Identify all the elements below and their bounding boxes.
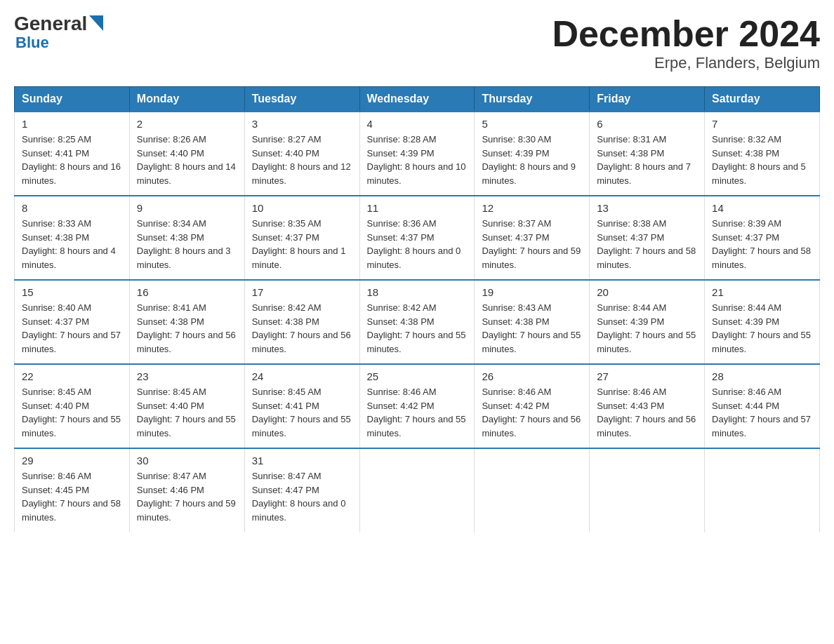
day-number: 17 bbox=[252, 286, 352, 298]
day-number: 29 bbox=[22, 455, 122, 467]
day-number: 16 bbox=[137, 286, 237, 298]
calendar-cell: 6 Sunrise: 8:31 AMSunset: 4:38 PMDayligh… bbox=[590, 112, 705, 196]
week-row-1: 1 Sunrise: 8:25 AMSunset: 4:41 PMDayligh… bbox=[15, 112, 820, 196]
day-number: 23 bbox=[137, 370, 237, 382]
day-info: Sunrise: 8:42 AMSunset: 4:38 PMDaylight:… bbox=[252, 302, 351, 354]
day-info: Sunrise: 8:39 AMSunset: 4:37 PMDaylight:… bbox=[712, 218, 811, 270]
calendar-cell: 17 Sunrise: 8:42 AMSunset: 4:38 PMDaylig… bbox=[244, 280, 359, 364]
weekday-header-row: Sunday Monday Tuesday Wednesday Thursday… bbox=[15, 87, 820, 112]
calendar-cell: 7 Sunrise: 8:32 AMSunset: 4:38 PMDayligh… bbox=[705, 112, 820, 196]
calendar-cell: 31 Sunrise: 8:47 AMSunset: 4:47 PMDaylig… bbox=[244, 448, 359, 532]
calendar-cell: 5 Sunrise: 8:30 AMSunset: 4:39 PMDayligh… bbox=[475, 112, 590, 196]
day-number: 3 bbox=[252, 118, 352, 130]
svg-marker-0 bbox=[89, 15, 103, 31]
day-number: 12 bbox=[482, 202, 582, 214]
logo-general: General bbox=[14, 14, 87, 34]
week-row-4: 22 Sunrise: 8:45 AMSunset: 4:40 PMDaylig… bbox=[15, 364, 820, 448]
calendar-cell: 25 Sunrise: 8:46 AMSunset: 4:42 PMDaylig… bbox=[359, 364, 475, 448]
header-friday: Friday bbox=[590, 87, 705, 112]
calendar-cell: 3 Sunrise: 8:27 AMSunset: 4:40 PMDayligh… bbox=[244, 112, 359, 196]
day-number: 2 bbox=[137, 118, 237, 130]
day-number: 18 bbox=[367, 286, 468, 298]
day-number: 14 bbox=[712, 202, 812, 214]
day-number: 10 bbox=[252, 202, 352, 214]
week-row-3: 15 Sunrise: 8:40 AMSunset: 4:37 PMDaylig… bbox=[15, 280, 820, 364]
calendar-cell: 12 Sunrise: 8:37 AMSunset: 4:37 PMDaylig… bbox=[475, 196, 590, 280]
day-info: Sunrise: 8:32 AMSunset: 4:38 PMDaylight:… bbox=[712, 134, 806, 186]
calendar-cell bbox=[475, 448, 590, 532]
day-info: Sunrise: 8:44 AMSunset: 4:39 PMDaylight:… bbox=[597, 302, 696, 354]
day-number: 5 bbox=[482, 118, 582, 130]
day-info: Sunrise: 8:33 AMSunset: 4:38 PMDaylight:… bbox=[22, 218, 116, 270]
day-number: 6 bbox=[597, 118, 697, 130]
day-info: Sunrise: 8:38 AMSunset: 4:37 PMDaylight:… bbox=[597, 218, 696, 270]
day-number: 22 bbox=[22, 370, 122, 382]
calendar-cell: 19 Sunrise: 8:43 AMSunset: 4:38 PMDaylig… bbox=[475, 280, 590, 364]
calendar-cell: 29 Sunrise: 8:46 AMSunset: 4:45 PMDaylig… bbox=[15, 448, 130, 532]
title-area: December 2024 Erpe, Flanders, Belgium bbox=[552, 14, 820, 72]
page-header: General Blue December 2024 Erpe, Flander… bbox=[14, 14, 820, 72]
day-number: 19 bbox=[482, 286, 582, 298]
day-number: 9 bbox=[137, 202, 237, 214]
calendar-cell: 8 Sunrise: 8:33 AMSunset: 4:38 PMDayligh… bbox=[15, 196, 130, 280]
calendar-cell: 9 Sunrise: 8:34 AMSunset: 4:38 PMDayligh… bbox=[129, 196, 244, 280]
day-info: Sunrise: 8:42 AMSunset: 4:38 PMDaylight:… bbox=[367, 302, 466, 354]
day-number: 20 bbox=[597, 286, 697, 298]
calendar-cell: 28 Sunrise: 8:46 AMSunset: 4:44 PMDaylig… bbox=[705, 364, 820, 448]
day-number: 25 bbox=[367, 370, 468, 382]
logo-blue: Blue bbox=[15, 34, 49, 52]
day-info: Sunrise: 8:28 AMSunset: 4:39 PMDaylight:… bbox=[367, 134, 466, 186]
day-info: Sunrise: 8:46 AMSunset: 4:42 PMDaylight:… bbox=[367, 387, 466, 438]
day-number: 13 bbox=[597, 202, 697, 214]
day-info: Sunrise: 8:46 AMSunset: 4:42 PMDaylight:… bbox=[482, 387, 581, 438]
day-number: 4 bbox=[367, 118, 468, 130]
calendar-cell bbox=[590, 448, 705, 532]
week-row-2: 8 Sunrise: 8:33 AMSunset: 4:38 PMDayligh… bbox=[15, 196, 820, 280]
day-number: 27 bbox=[597, 370, 697, 382]
calendar-cell: 4 Sunrise: 8:28 AMSunset: 4:39 PMDayligh… bbox=[359, 112, 475, 196]
day-info: Sunrise: 8:45 AMSunset: 4:40 PMDaylight:… bbox=[137, 387, 236, 438]
calendar-cell: 26 Sunrise: 8:46 AMSunset: 4:42 PMDaylig… bbox=[475, 364, 590, 448]
day-info: Sunrise: 8:36 AMSunset: 4:37 PMDaylight:… bbox=[367, 218, 461, 270]
day-number: 1 bbox=[22, 118, 122, 130]
calendar-cell: 2 Sunrise: 8:26 AMSunset: 4:40 PMDayligh… bbox=[129, 112, 244, 196]
calendar-cell: 10 Sunrise: 8:35 AMSunset: 4:37 PMDaylig… bbox=[244, 196, 359, 280]
day-info: Sunrise: 8:45 AMSunset: 4:41 PMDaylight:… bbox=[252, 387, 351, 438]
day-number: 15 bbox=[22, 286, 122, 298]
day-info: Sunrise: 8:30 AMSunset: 4:39 PMDaylight:… bbox=[482, 134, 576, 186]
day-number: 24 bbox=[252, 370, 352, 382]
day-info: Sunrise: 8:26 AMSunset: 4:40 PMDaylight:… bbox=[137, 134, 236, 186]
day-info: Sunrise: 8:25 AMSunset: 4:41 PMDaylight:… bbox=[22, 134, 121, 186]
header-thursday: Thursday bbox=[475, 87, 590, 112]
calendar-cell: 11 Sunrise: 8:36 AMSunset: 4:37 PMDaylig… bbox=[359, 196, 475, 280]
day-number: 11 bbox=[367, 202, 468, 214]
calendar-cell: 14 Sunrise: 8:39 AMSunset: 4:37 PMDaylig… bbox=[705, 196, 820, 280]
day-number: 31 bbox=[252, 455, 352, 467]
location-title: Erpe, Flanders, Belgium bbox=[552, 54, 820, 72]
logo-triangle-icon bbox=[89, 15, 103, 31]
logo: General Blue bbox=[14, 14, 103, 52]
day-info: Sunrise: 8:47 AMSunset: 4:47 PMDaylight:… bbox=[252, 471, 346, 523]
header-wednesday: Wednesday bbox=[359, 87, 475, 112]
calendar-cell: 18 Sunrise: 8:42 AMSunset: 4:38 PMDaylig… bbox=[359, 280, 475, 364]
day-info: Sunrise: 8:27 AMSunset: 4:40 PMDaylight:… bbox=[252, 134, 351, 186]
day-info: Sunrise: 8:46 AMSunset: 4:45 PMDaylight:… bbox=[22, 471, 121, 523]
day-info: Sunrise: 8:37 AMSunset: 4:37 PMDaylight:… bbox=[482, 218, 581, 270]
day-info: Sunrise: 8:44 AMSunset: 4:39 PMDaylight:… bbox=[712, 302, 811, 354]
day-number: 21 bbox=[712, 286, 812, 298]
calendar-cell: 1 Sunrise: 8:25 AMSunset: 4:41 PMDayligh… bbox=[15, 112, 130, 196]
calendar-cell: 22 Sunrise: 8:45 AMSunset: 4:40 PMDaylig… bbox=[15, 364, 130, 448]
day-info: Sunrise: 8:41 AMSunset: 4:38 PMDaylight:… bbox=[137, 302, 236, 354]
day-info: Sunrise: 8:46 AMSunset: 4:43 PMDaylight:… bbox=[597, 387, 696, 438]
month-title: December 2024 bbox=[552, 14, 820, 54]
day-info: Sunrise: 8:40 AMSunset: 4:37 PMDaylight:… bbox=[22, 302, 121, 354]
day-info: Sunrise: 8:35 AMSunset: 4:37 PMDaylight:… bbox=[252, 218, 346, 270]
calendar-cell: 24 Sunrise: 8:45 AMSunset: 4:41 PMDaylig… bbox=[244, 364, 359, 448]
calendar-table: Sunday Monday Tuesday Wednesday Thursday… bbox=[14, 86, 820, 532]
calendar-cell: 23 Sunrise: 8:45 AMSunset: 4:40 PMDaylig… bbox=[129, 364, 244, 448]
calendar-cell: 16 Sunrise: 8:41 AMSunset: 4:38 PMDaylig… bbox=[129, 280, 244, 364]
day-number: 7 bbox=[712, 118, 812, 130]
calendar-cell: 15 Sunrise: 8:40 AMSunset: 4:37 PMDaylig… bbox=[15, 280, 130, 364]
header-sunday: Sunday bbox=[15, 87, 130, 112]
calendar-cell: 30 Sunrise: 8:47 AMSunset: 4:46 PMDaylig… bbox=[129, 448, 244, 532]
